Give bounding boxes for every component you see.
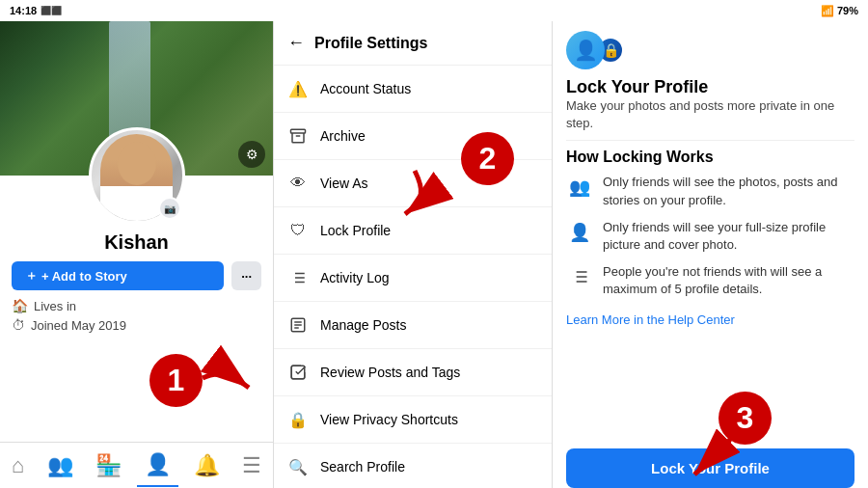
search-icon: 🔍 bbox=[287, 456, 309, 477]
menu-title: Profile Settings bbox=[314, 35, 427, 52]
menu-item-review-posts-tags[interactable]: Review Posts and Tags bbox=[274, 349, 552, 396]
eye-icon: 👁 bbox=[287, 173, 309, 194]
person-icon: 👤 bbox=[566, 31, 605, 69]
status-icons: 📶 79% bbox=[821, 5, 858, 17]
menu-label-archive: Archive bbox=[320, 128, 366, 144]
badge-number-2: 2 bbox=[461, 132, 514, 185]
profile-name: Kishan bbox=[104, 231, 169, 254]
nav-profile-icon[interactable]: 👤 bbox=[137, 445, 178, 487]
back-arrow-icon[interactable]: ← bbox=[287, 33, 305, 53]
warning-icon: ⚠️ bbox=[287, 78, 309, 99]
profile-info: 🏠 Lives in ⏱ Joined May 2019 bbox=[0, 290, 273, 344]
locking-item-text-1: Only friends will see the photos, posts … bbox=[603, 174, 854, 208]
nav-friends-icon[interactable]: 👥 bbox=[40, 446, 81, 486]
menu-item-manage-posts[interactable]: Manage Posts bbox=[274, 302, 552, 349]
menu-label-activity-log: Activity Log bbox=[320, 270, 390, 285]
middle-panel: ← Profile Settings ⚠️ Account Status Arc… bbox=[273, 21, 553, 488]
right-panel: 👤 🔒 Lock Your Profile Make your photos a… bbox=[553, 21, 868, 488]
bottom-navigation: ⌂ 👥 🏪 👤 🔔 ☰ bbox=[0, 442, 273, 488]
friends-photos-icon: 👥 bbox=[566, 174, 593, 201]
shield-icon: 🛡 bbox=[287, 220, 309, 241]
manage-posts-icon bbox=[287, 314, 309, 336]
nav-notification-icon[interactable]: 🔔 bbox=[186, 446, 228, 486]
lock-header-icons: 👤 🔒 bbox=[566, 31, 624, 69]
max-details-icon bbox=[566, 263, 593, 290]
badge-number-1: 1 bbox=[149, 354, 203, 407]
activity-log-icon bbox=[287, 267, 309, 288]
review-posts-icon bbox=[287, 362, 309, 383]
menu-item-account-status[interactable]: ⚠️ Account Status bbox=[274, 66, 552, 113]
menu-item-lock-profile[interactable]: 🛡 Lock Profile bbox=[274, 207, 552, 255]
lock-profile-title: Lock Your Profile bbox=[566, 77, 854, 97]
home-icon: 🏠 bbox=[12, 298, 28, 313]
joined-date-row: ⏱ Joined May 2019 bbox=[12, 317, 261, 333]
menu-label-lock-profile: Lock Profile bbox=[320, 223, 391, 238]
profile-actions: ＋ + Add to Story ··· bbox=[0, 261, 273, 290]
locking-item-3: People you're not friends with will see … bbox=[566, 263, 854, 298]
menu-header: ← Profile Settings bbox=[274, 21, 552, 66]
profile-camera-icon[interactable]: 📷 bbox=[158, 197, 181, 220]
locking-item-1: 👥 Only friends will see the photos, post… bbox=[566, 174, 854, 208]
add-to-story-button[interactable]: ＋ + Add to Story bbox=[12, 261, 224, 290]
left-panel: ⚙ 📷 Kishan ＋ + Add to Story ··· 🏠 bbox=[0, 21, 273, 488]
lock-profile-subtitle: Make your photos and posts more private … bbox=[566, 97, 854, 132]
status-bar: 14:18 ⬛⬛ 📶 79% bbox=[0, 0, 868, 21]
lock-your-profile-button[interactable]: Lock Your Profile bbox=[566, 448, 854, 488]
menu-label-review-posts-tags: Review Posts and Tags bbox=[320, 365, 460, 380]
nav-home-icon[interactable]: ⌂ bbox=[4, 446, 32, 486]
svg-rect-12 bbox=[291, 366, 305, 379]
locking-item-text-3: People you're not friends with will see … bbox=[603, 263, 854, 298]
profile-pic-privacy-icon: 👤 bbox=[566, 219, 593, 246]
menu-label-account-status: Account Status bbox=[320, 81, 411, 96]
menu-item-search-profile[interactable]: 🔍 Search Profile bbox=[274, 444, 552, 488]
menu-label-manage-posts: Manage Posts bbox=[320, 317, 407, 333]
plus-icon: ＋ bbox=[25, 267, 38, 285]
svg-rect-0 bbox=[291, 129, 306, 133]
nav-marketplace-icon[interactable]: 🏪 bbox=[88, 446, 129, 486]
profile-pic-wrapper: 📷 bbox=[89, 127, 185, 224]
menu-label-search-profile: Search Profile bbox=[320, 459, 405, 474]
locking-item-text-2: Only friends will see your full-size pro… bbox=[603, 219, 854, 254]
lock-profile-header: 👤 🔒 bbox=[566, 21, 854, 77]
menu-label-view-privacy: View Privacy Shortcuts bbox=[320, 412, 458, 427]
profile-section: 📷 Kishan bbox=[0, 127, 273, 254]
locking-item-2: 👤 Only friends will see your full-size p… bbox=[566, 219, 854, 254]
menu-label-view-as: View As bbox=[320, 176, 368, 191]
nav-menu-icon[interactable]: ☰ bbox=[234, 446, 269, 486]
menu-list: ⚠️ Account Status Archive 👁 View As 🛡 Lo… bbox=[274, 66, 552, 488]
how-locking-works-title: How Locking Works bbox=[566, 140, 854, 166]
learn-more-link[interactable]: Learn More in the Help Center bbox=[566, 312, 854, 327]
menu-item-view-privacy[interactable]: 🔒 View Privacy Shortcuts bbox=[274, 396, 552, 444]
menu-item-activity-log[interactable]: Activity Log bbox=[274, 255, 552, 302]
lock-icon: 🔒 bbox=[287, 409, 309, 430]
archive-icon bbox=[287, 125, 309, 147]
lives-in-row: 🏠 Lives in bbox=[12, 298, 261, 313]
more-options-button[interactable]: ··· bbox=[231, 261, 261, 290]
badge-number-3: 3 bbox=[719, 392, 772, 445]
status-time: 14:18 ⬛⬛ bbox=[10, 5, 62, 16]
clock-icon: ⏱ bbox=[12, 317, 25, 333]
